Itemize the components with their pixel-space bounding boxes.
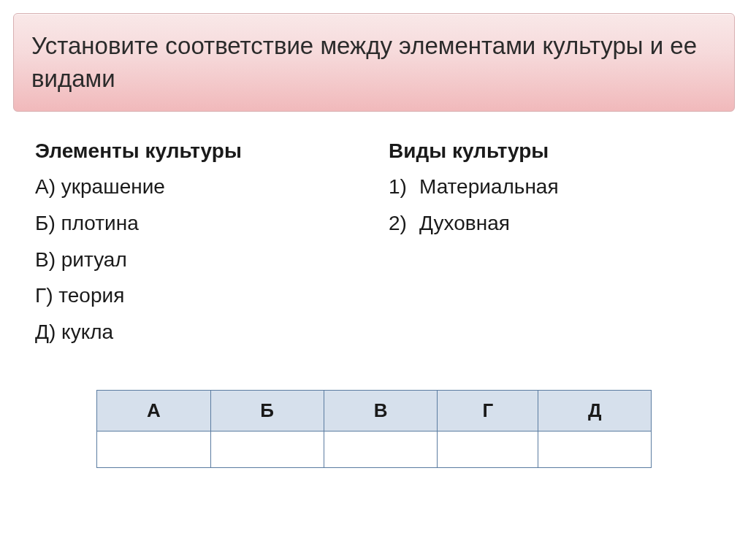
right-item: 2) Духовная <box>389 210 713 237</box>
left-item: Г) теория <box>35 282 359 310</box>
table-header-cell: Б <box>210 391 324 431</box>
table-header-cell: А <box>97 391 211 431</box>
item-number: 1) <box>389 173 419 201</box>
item-text: Духовная <box>419 210 510 237</box>
right-column: Виды культуры 1) Материальная 2) Духовна… <box>389 139 713 355</box>
table-answer-cell[interactable] <box>438 431 538 468</box>
right-list: 1) Материальная 2) Духовная <box>389 173 713 237</box>
left-item: Д) кукла <box>35 318 359 346</box>
table-answer-cell[interactable] <box>538 431 652 468</box>
item-number: 2) <box>389 210 419 237</box>
left-item: Б) плотина <box>35 210 359 237</box>
table-answer-cell[interactable] <box>97 431 211 468</box>
table-header-cell: В <box>324 391 438 431</box>
title-bar: Установите соответствие между элементами… <box>13 13 735 112</box>
item-text: Материальная <box>419 173 559 201</box>
table-header-cell: Г <box>438 391 538 431</box>
left-column: Элементы культуры А) украшение Б) плотин… <box>35 139 359 355</box>
slide-title: Установите соответствие между элементами… <box>31 30 717 95</box>
table-answer-cell[interactable] <box>210 431 324 468</box>
left-item: А) украшение <box>35 173 359 201</box>
answer-table-container: А Б В Г Д <box>0 390 748 468</box>
right-heading: Виды культуры <box>389 139 713 163</box>
table-answer-row <box>97 431 652 468</box>
left-heading: Элементы культуры <box>35 139 359 163</box>
left-item: В) ритуал <box>35 246 359 274</box>
answer-table: А Б В Г Д <box>96 390 652 468</box>
slide: Установите соответствие между элементами… <box>0 13 748 560</box>
content-area: Элементы культуры А) украшение Б) плотин… <box>0 112 748 355</box>
table-answer-cell[interactable] <box>324 431 438 468</box>
table-header-cell: Д <box>538 391 652 431</box>
table-header-row: А Б В Г Д <box>97 391 652 431</box>
right-item: 1) Материальная <box>389 173 713 201</box>
